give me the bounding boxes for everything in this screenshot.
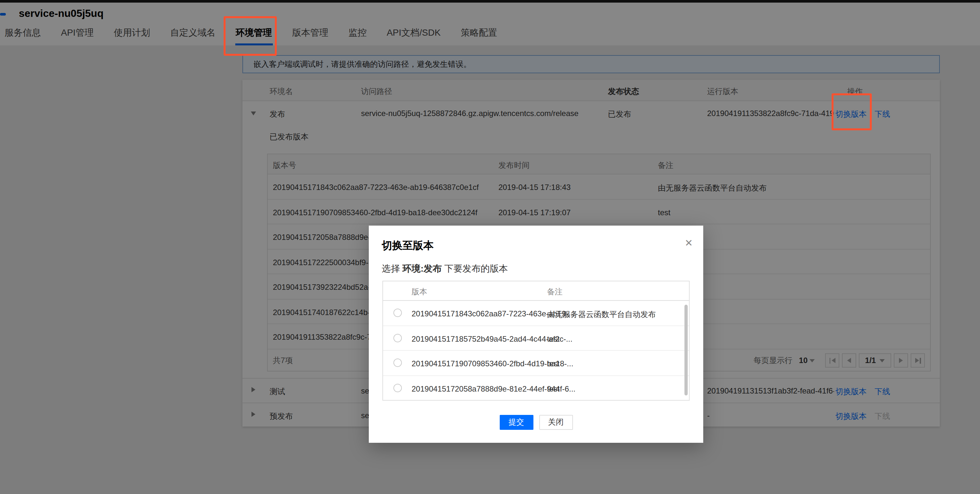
subtitle-suffix: 下要发布的版本 xyxy=(442,263,508,274)
dialog-footer: 提交 关闭 xyxy=(369,415,703,430)
remark-cell: test xyxy=(547,334,560,343)
radio-button[interactable] xyxy=(393,309,402,317)
version-option-row[interactable]: 2019041517190709853460-2fbd-4d19-ba18-..… xyxy=(383,351,689,376)
radio-button[interactable] xyxy=(393,384,402,392)
subtitle-prefix: 选择 xyxy=(382,263,402,274)
page: service-nu05j5uq 服务信息 API管理 使用计划 自定义域名 环… xyxy=(0,0,980,494)
close-button[interactable]: 关闭 xyxy=(539,415,573,430)
submit-button[interactable]: 提交 xyxy=(500,415,533,430)
col-header-version: 版本 xyxy=(412,287,427,298)
version-option-row[interactable]: 20190415172058a7888d9e-81e2-44ef-944f-6.… xyxy=(383,376,689,401)
version-option-row[interactable]: 2019041517185752b49a45-2ad4-4c44-af2c-..… xyxy=(383,326,689,351)
subtitle-env: 环境:发布 xyxy=(402,263,442,274)
switch-version-dialog: 切换至版本 ✕ 选择 环境:发布 下要发布的版本 版本 备注 201904151… xyxy=(369,226,703,443)
remark-cell: 由无服务器云函数平台自动发布 xyxy=(547,309,656,320)
version-option-row[interactable]: 20190415171843c062aa87-7223-463e-ab19-..… xyxy=(383,301,689,326)
col-header-remark: 备注 xyxy=(547,287,563,298)
remark-cell: test xyxy=(547,359,560,368)
version-select-table: 版本 备注 20190415171843c062aa87-7223-463e-a… xyxy=(382,281,690,401)
remark-cell: test xyxy=(547,384,560,393)
dialog-title: 切换至版本 xyxy=(382,239,434,253)
close-icon[interactable]: ✕ xyxy=(685,237,693,249)
annotation-box-switch-version xyxy=(832,93,872,130)
radio-button[interactable] xyxy=(393,333,402,342)
version-table-header: 版本 备注 xyxy=(383,281,689,301)
dialog-subtitle: 选择 环境:发布 下要发布的版本 xyxy=(382,263,508,275)
annotation-box-tab xyxy=(224,16,277,56)
radio-button[interactable] xyxy=(393,359,402,367)
scrollbar-thumb[interactable] xyxy=(684,305,688,395)
